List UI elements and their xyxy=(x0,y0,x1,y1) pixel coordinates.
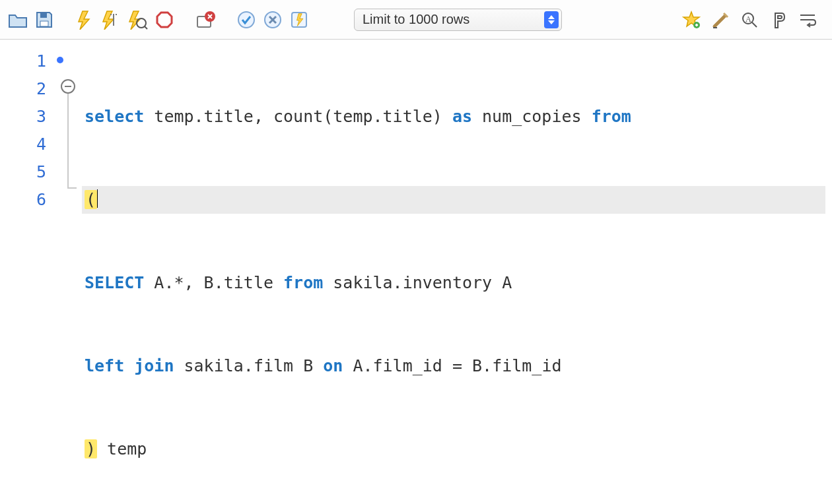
beautify-button[interactable] xyxy=(709,9,732,31)
main-toolbar: Limit to 1000 rows A xyxy=(0,0,832,40)
code-area[interactable]: select temp.title, count(temp.title) as … xyxy=(82,40,832,504)
svg-line-3 xyxy=(145,26,147,29)
select-arrows-icon xyxy=(544,11,559,28)
wrap-lines-button[interactable] xyxy=(796,9,819,31)
svg-point-11 xyxy=(743,13,753,24)
open-file-button[interactable] xyxy=(7,9,29,31)
svg-rect-0 xyxy=(40,21,48,26)
svg-point-8 xyxy=(265,12,281,28)
svg-marker-4 xyxy=(157,13,172,27)
row-limit-label: Limit to 1000 rows xyxy=(363,12,469,27)
stop-button[interactable] xyxy=(153,9,176,31)
fold-toggle-button[interactable] xyxy=(61,79,75,94)
autocommit-button[interactable] xyxy=(288,9,310,31)
execute-current-button[interactable] xyxy=(100,9,123,31)
line-gutter: 1 2 3 4 5 6 xyxy=(0,40,54,504)
save-file-button[interactable] xyxy=(33,9,55,31)
show-invisible-button[interactable] xyxy=(767,9,790,31)
statement-marker-icon xyxy=(57,57,63,63)
svg-point-7 xyxy=(238,12,254,28)
execute-button[interactable] xyxy=(74,9,96,31)
sql-editor[interactable]: 1 2 3 4 5 6 select temp.title, count(tem… xyxy=(0,40,832,504)
stop-on-error-button[interactable] xyxy=(194,9,217,31)
svg-point-6 xyxy=(205,11,215,22)
svg-rect-1 xyxy=(40,13,47,18)
svg-line-12 xyxy=(752,22,757,27)
svg-rect-5 xyxy=(197,16,211,27)
svg-point-2 xyxy=(137,18,146,28)
row-limit-select[interactable]: Limit to 1000 rows xyxy=(354,9,562,31)
svg-text:A: A xyxy=(745,15,751,24)
svg-point-10 xyxy=(693,22,700,28)
favorite-button[interactable] xyxy=(680,9,703,31)
svg-rect-9 xyxy=(292,13,306,27)
commit-button[interactable] xyxy=(235,9,258,31)
rollback-button[interactable] xyxy=(261,9,284,31)
find-replace-button[interactable]: A xyxy=(738,9,761,31)
fold-column xyxy=(54,40,82,504)
explain-button[interactable] xyxy=(127,9,149,31)
text-caret xyxy=(97,189,98,208)
